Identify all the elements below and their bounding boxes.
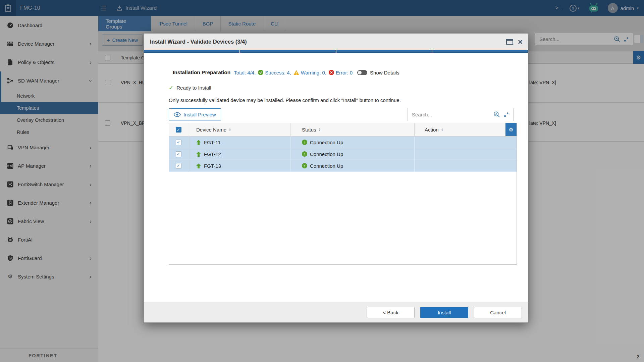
regex-search-icon[interactable]: * <box>503 111 510 118</box>
show-details-label: Show Details <box>370 70 399 75</box>
row-checkbox[interactable]: ✓ <box>176 151 181 157</box>
close-icon[interactable]: × <box>518 38 523 46</box>
column-device-name[interactable]: Device Name ▲▼ <box>188 123 290 136</box>
ready-status: ✓ Ready to Install <box>169 84 516 91</box>
column-status[interactable]: Status ▲▼ <box>290 123 414 136</box>
match-case-search-icon[interactable]: A <box>493 111 500 118</box>
sort-icon[interactable]: ▲▼ <box>319 128 321 131</box>
total-link[interactable]: Total: 4/4, <box>234 70 256 75</box>
connection-up-icon: ↑ <box>302 163 307 168</box>
install-wizard-modal: Install Wizard - Validate Devices (3/4) … <box>144 33 528 323</box>
modal-search-input[interactable] <box>408 112 493 117</box>
progress-segment <box>144 50 239 53</box>
toggle-knob <box>358 71 362 74</box>
device-row-fgt-11[interactable]: ✓ FGT-11 ↑ Connection Up <box>169 137 517 148</box>
modal-footer: < Back Install Cancel <box>144 302 528 322</box>
row-checkbox[interactable]: ✓ <box>176 163 181 169</box>
modal-body: Installation Preparation Total: 4/4, Suc… <box>144 53 528 302</box>
action-cell <box>414 148 517 160</box>
cancel-button[interactable]: Cancel <box>474 307 522 318</box>
connection-up-icon: ↑ <box>302 151 307 157</box>
back-button[interactable]: < Back <box>367 307 415 318</box>
wizard-progress-bar <box>144 50 528 53</box>
modal-search-box: A * <box>408 108 514 121</box>
maximize-icon[interactable] <box>506 39 513 45</box>
installation-summary: Installation Preparation Total: 4/4, Suc… <box>173 69 516 75</box>
success-count[interactable]: Success: 4, <box>265 70 291 75</box>
warning-icon <box>293 70 299 75</box>
eye-icon <box>174 112 181 117</box>
svg-text:*: * <box>507 111 509 117</box>
device-table: ✓ Device Name ▲▼ Status ▲▼ Action ▲▼ ⚙ <box>169 123 517 265</box>
svg-text:A: A <box>495 112 497 116</box>
column-action[interactable]: Action ▲▼ <box>414 123 505 136</box>
device-up-icon <box>196 140 201 145</box>
modal-header: Install Wizard - Validate Devices (3/4) … <box>144 34 528 50</box>
summary-heading: Installation Preparation <box>173 69 230 75</box>
sort-icon[interactable]: ▲▼ <box>441 128 443 131</box>
column-settings-button[interactable]: ⚙ <box>505 123 517 136</box>
fortimanager-screen: FMG-10 ☰ Install Wizard >_ ? ▾ A admin ▾… <box>0 0 644 362</box>
modal-toolbar: Install Preview A * <box>169 108 517 121</box>
error-count[interactable]: Error: 0 <box>336 70 353 75</box>
action-cell <box>414 137 517 148</box>
error-icon <box>329 70 334 75</box>
device-up-icon <box>196 163 201 168</box>
progress-segment <box>240 50 336 53</box>
warning-count[interactable]: Warning: 0, <box>301 70 326 75</box>
modal-title: Install Wizard - Validate Devices (3/4) <box>150 39 506 45</box>
connection-up-icon: ↑ <box>302 140 307 145</box>
action-cell <box>414 160 517 171</box>
progress-segment <box>336 50 432 53</box>
success-icon <box>258 70 263 75</box>
install-button[interactable]: Install <box>420 307 468 318</box>
device-row-fgt-12[interactable]: ✓ FGT-12 ↑ Connection Up <box>169 148 517 160</box>
device-up-icon <box>196 152 201 157</box>
select-all-checkbox[interactable]: ✓ <box>176 127 181 133</box>
instruction-text: Only successfully validated device may b… <box>169 97 516 103</box>
ready-text: Ready to Install <box>176 85 211 91</box>
row-checkbox[interactable]: ✓ <box>176 140 181 145</box>
device-row-fgt-13[interactable]: ✓ FGT-13 ↑ Connection Up <box>169 160 517 172</box>
progress-segment <box>432 50 528 53</box>
install-preview-button[interactable]: Install Preview <box>169 108 221 120</box>
check-icon: ✓ <box>169 84 173 91</box>
device-table-header: ✓ Device Name ▲▼ Status ▲▼ Action ▲▼ ⚙ <box>169 123 517 137</box>
show-details-toggle[interactable] <box>357 70 367 75</box>
sort-icon[interactable]: ▲▼ <box>229 128 231 131</box>
